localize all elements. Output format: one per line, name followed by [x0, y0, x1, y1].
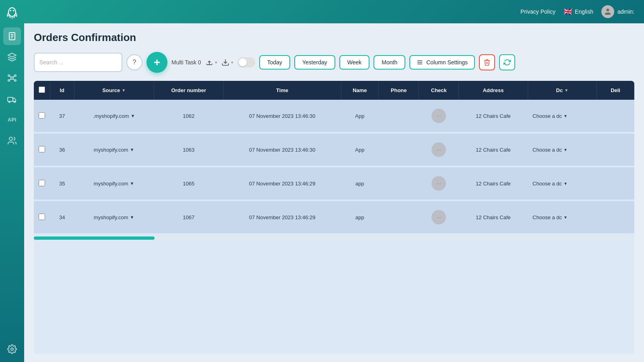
row-time: 07 November 2023 13:46:30	[223, 100, 341, 133]
row-id: 37	[50, 100, 74, 133]
user-menu[interactable]: admin:	[601, 5, 634, 18]
row-source: myshopify.com ▼	[74, 200, 154, 234]
add-button[interactable]	[147, 52, 167, 73]
th-source[interactable]: Source ▼	[74, 81, 154, 100]
language-label: English	[575, 8, 593, 15]
th-dc[interactable]: Dc ▼	[528, 81, 597, 100]
main-area: Privacy Policy 🇬🇧 English admin: Orders …	[24, 0, 644, 362]
row-dc[interactable]: Choose a dc ▼	[528, 133, 597, 167]
row-source: .myshopify.com ▼	[74, 100, 154, 133]
row-time: 07 November 2023 13:46:29	[223, 200, 341, 234]
svg-point-8	[8, 75, 10, 76]
sidebar-item-orders[interactable]	[3, 27, 21, 45]
svg-point-21	[607, 9, 609, 12]
table-row: 35 myshopify.com ▼ 1065 07 November 2023…	[34, 167, 634, 200]
th-phone[interactable]: Phone	[379, 81, 419, 100]
horizontal-scrollbar[interactable]	[34, 237, 634, 240]
th-name[interactable]: Name	[341, 81, 378, 100]
th-id[interactable]: Id	[50, 81, 74, 100]
th-time[interactable]: Time	[223, 81, 341, 100]
svg-line-13	[13, 76, 14, 77]
row-dc[interactable]: Choose a dc ▼	[528, 100, 597, 133]
language-selector[interactable]: 🇬🇧 English	[564, 7, 593, 16]
row-phone	[379, 133, 419, 167]
table-row: 37 .myshopify.com ▼ 1062 07 November 202…	[34, 100, 634, 133]
row-address: 12 Chairs Cafe	[459, 133, 528, 167]
th-deli[interactable]: Deli	[597, 81, 634, 100]
svg-point-19	[9, 137, 12, 140]
flag-icon: 🇬🇧	[564, 7, 572, 16]
row-name: App	[341, 100, 378, 133]
svg-line-12	[10, 76, 11, 77]
sidebar-logo[interactable]	[4, 4, 20, 20]
upload-button-2[interactable]: ▾	[221, 58, 233, 66]
svg-point-18	[14, 101, 15, 103]
row-check: ···	[419, 100, 459, 133]
search-box[interactable]	[34, 53, 122, 72]
sidebar-item-users[interactable]	[3, 132, 21, 150]
select-all-checkbox[interactable]	[39, 86, 45, 93]
row-name: app	[341, 200, 378, 234]
row-phone	[379, 100, 419, 133]
sidebar-item-packages[interactable]	[3, 48, 21, 66]
row-checkbox[interactable]	[39, 214, 45, 220]
row-order-number: 1063	[154, 133, 223, 167]
column-settings-label: Column Settings	[426, 59, 468, 66]
row-source: myshopify.com ▼	[74, 133, 154, 167]
th-order-number[interactable]: Order number	[154, 81, 223, 100]
th-check[interactable]: Check	[419, 81, 459, 100]
delete-button[interactable]	[479, 54, 495, 70]
month-button[interactable]: Month	[374, 55, 405, 70]
row-id: 35	[50, 167, 74, 200]
sidebar-item-api[interactable]: API	[3, 111, 21, 129]
svg-line-14	[10, 79, 11, 80]
row-checkbox-cell[interactable]	[34, 200, 50, 234]
row-check: ···	[419, 167, 459, 200]
table-row: 34 myshopify.com ▼ 1067 07 November 2023…	[34, 200, 634, 234]
search-input[interactable]	[39, 59, 117, 66]
today-button[interactable]: Today	[259, 55, 290, 70]
th-address[interactable]: Address	[459, 81, 528, 100]
content-area: Orders Confirmation ? Multi Task 0 ▾ ▾ T…	[24, 23, 644, 362]
row-checkbox[interactable]	[39, 180, 45, 186]
svg-line-15	[13, 79, 14, 80]
check-status-icon[interactable]: ···	[431, 210, 446, 224]
privacy-policy-link[interactable]: Privacy Policy	[520, 8, 555, 15]
multi-task-label: Multi Task 0	[171, 59, 201, 66]
sidebar-item-network[interactable]	[3, 69, 21, 87]
help-button[interactable]: ?	[126, 54, 142, 70]
row-checkbox[interactable]	[39, 146, 45, 152]
row-address: 12 Chairs Cafe	[459, 100, 528, 133]
row-name: App	[341, 133, 378, 167]
svg-point-9	[14, 75, 16, 76]
row-checkbox-cell[interactable]	[34, 167, 50, 200]
avatar	[601, 5, 614, 18]
svg-point-11	[14, 80, 16, 81]
svg-point-20	[11, 348, 13, 350]
week-button[interactable]: Week	[339, 55, 370, 70]
column-settings-button[interactable]: Column Settings	[409, 55, 475, 70]
yesterday-button[interactable]: Yesterday	[294, 55, 335, 70]
toggle-button[interactable]	[237, 57, 255, 68]
check-status-icon[interactable]: ···	[431, 176, 446, 191]
toolbar: ? Multi Task 0 ▾ ▾ Today Yesterday Week …	[34, 52, 634, 73]
sidebar-item-settings[interactable]	[3, 340, 21, 358]
check-status-icon[interactable]: ···	[431, 109, 446, 123]
row-checkbox-cell[interactable]	[34, 100, 50, 133]
upload-button-1[interactable]: ▾	[205, 58, 217, 66]
row-check: ···	[419, 133, 459, 167]
row-checkbox-cell[interactable]	[34, 133, 50, 167]
check-status-icon[interactable]: ···	[431, 142, 446, 157]
row-address: 12 Chairs Cafe	[459, 200, 528, 234]
refresh-button[interactable]	[499, 54, 515, 70]
svg-point-10	[8, 80, 10, 81]
svg-point-17	[9, 101, 10, 103]
row-checkbox[interactable]	[39, 112, 45, 119]
table-row: 36 myshopify.com ▼ 1063 07 November 2023…	[34, 133, 634, 167]
sidebar-item-truck[interactable]	[3, 90, 21, 108]
row-phone	[379, 167, 419, 200]
row-dc[interactable]: Choose a dc ▼	[528, 200, 597, 234]
row-dc[interactable]: Choose a dc ▼	[528, 167, 597, 200]
scrollbar-thumb[interactable]	[34, 237, 155, 240]
row-time: 07 November 2023 13:46:30	[223, 133, 341, 167]
